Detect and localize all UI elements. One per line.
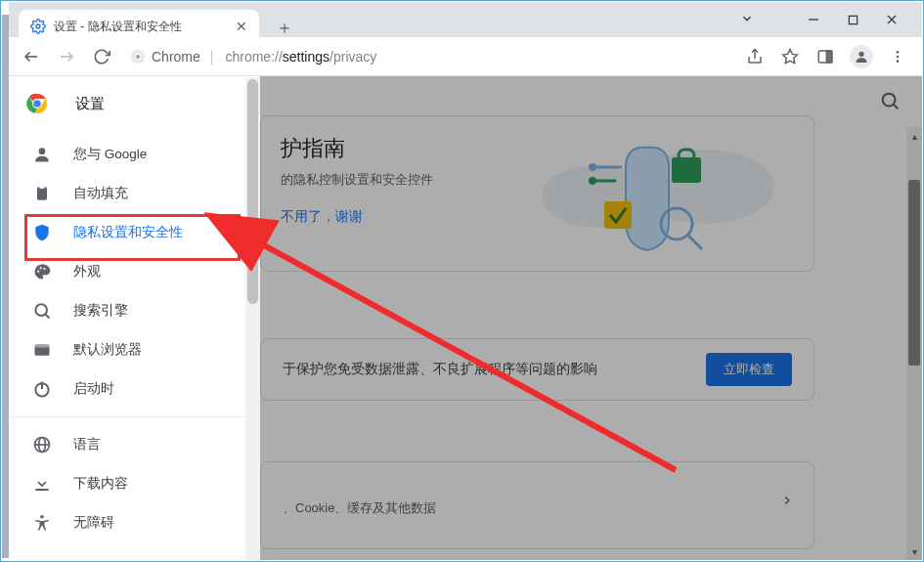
svg-point-26 xyxy=(661,208,692,239)
svg-rect-14 xyxy=(827,51,832,63)
sidebar-item-you-and-google[interactable]: 您与 Google xyxy=(9,135,260,174)
accessibility-icon xyxy=(32,513,52,533)
sidebar-item-on-startup[interactable]: 启动时 xyxy=(9,369,260,409)
profile-avatar-icon[interactable] xyxy=(850,45,873,68)
sidebar-item-downloads[interactable]: 下载内容 xyxy=(9,464,260,503)
scroll-down-icon[interactable]: ▾ xyxy=(906,542,922,560)
clear-data-card[interactable]: 、Cookie、缓存及其他数据 xyxy=(260,461,814,549)
sidebar-item-label: 语言 xyxy=(73,436,101,454)
sidebar-item-autofill[interactable]: 自动填充 xyxy=(9,174,260,213)
sidebar-item-label: 无障碍 xyxy=(73,514,114,532)
settings-header xyxy=(260,76,922,131)
side-panel-icon[interactable] xyxy=(814,46,836,67)
svg-rect-36 xyxy=(37,187,47,199)
svg-line-27 xyxy=(688,236,702,249)
search-icon xyxy=(32,301,52,321)
site-label: Chrome xyxy=(152,49,200,65)
address-bar[interactable]: Chrome | chrome://settings/privacy xyxy=(122,49,738,65)
clear-data-subtitle: 、Cookie、缓存及其他数据 xyxy=(283,499,792,517)
svg-point-28 xyxy=(589,163,596,171)
content-dim-overlay[interactable]: 护指南 的隐私控制设置和安全控件 不用了，谢谢 xyxy=(260,76,922,560)
toolbar-actions xyxy=(744,45,914,68)
svg-line-42 xyxy=(46,315,50,319)
settings-sidebar: 设置 您与 Google 自动填充 隐私设置和安全性 外观 搜索引擎 xyxy=(9,76,260,560)
svg-point-16 xyxy=(897,51,900,54)
svg-point-9 xyxy=(136,54,140,58)
shield-icon xyxy=(32,223,52,242)
sidebar-item-appearance[interactable]: 外观 xyxy=(9,252,260,291)
browser-toolbar: Chrome | chrome://settings/privacy xyxy=(9,37,922,76)
back-button[interactable] xyxy=(17,42,46,71)
download-icon xyxy=(32,474,52,494)
person-icon xyxy=(32,145,52,164)
window-close-icon[interactable] xyxy=(883,11,901,28)
svg-point-51 xyxy=(40,515,44,519)
scroll-thumb[interactable] xyxy=(908,180,920,366)
scroll-up-icon[interactable]: ▴ xyxy=(906,127,922,145)
share-icon[interactable] xyxy=(744,46,766,67)
window-controls xyxy=(805,2,916,37)
svg-point-30 xyxy=(589,177,596,185)
svg-line-20 xyxy=(894,105,898,108)
safety-check-text: 于保护您免受数据泄露、不良扩展程序等问题的影响 xyxy=(283,361,597,378)
site-chip: Chrome | xyxy=(130,49,217,65)
window-left-edge xyxy=(2,15,9,558)
sidebar-item-privacy-security[interactable]: 隐私设置和安全性 xyxy=(9,213,260,252)
tab-close-icon[interactable]: ✕ xyxy=(234,19,249,34)
sidebar-item-label: 隐私设置和安全性 xyxy=(73,224,183,241)
svg-point-21 xyxy=(638,150,774,224)
svg-point-19 xyxy=(883,94,896,107)
sidebar-scrollbar[interactable] xyxy=(245,77,260,560)
svg-point-17 xyxy=(897,55,900,58)
sidebar-item-search-engine[interactable]: 搜索引擎 xyxy=(9,291,260,330)
svg-rect-25 xyxy=(604,201,632,229)
window-minimize-icon[interactable] xyxy=(805,11,822,28)
svg-point-0 xyxy=(36,24,40,28)
svg-rect-37 xyxy=(40,186,45,189)
bookmark-star-icon[interactable] xyxy=(779,46,801,67)
sidebar-item-label: 外观 xyxy=(73,263,101,281)
tabs-overflow-icon[interactable] xyxy=(740,12,754,28)
tab-strip: 设置 - 隐私设置和安全性 ✕ ＋ xyxy=(9,2,922,37)
settings-main: 护指南 的隐私控制设置和安全控件 不用了，谢谢 xyxy=(260,76,922,560)
new-tab-button[interactable]: ＋ xyxy=(273,16,296,39)
svg-point-18 xyxy=(897,60,900,63)
sidebar-title: 设置 xyxy=(75,95,105,113)
power-icon xyxy=(32,379,52,399)
privacy-guide-card: 护指南 的隐私控制设置和安全控件 不用了，谢谢 xyxy=(260,115,814,272)
kebab-menu-icon[interactable] xyxy=(887,46,908,67)
sidebar-item-label: 默认浏览器 xyxy=(73,341,142,359)
svg-rect-50 xyxy=(35,489,48,491)
guide-subtitle: 的隐私控制设置和安全控件 xyxy=(281,171,794,189)
svg-point-40 xyxy=(43,268,45,270)
tab-title: 设置 - 隐私设置和安全性 xyxy=(54,19,226,35)
svg-point-41 xyxy=(35,304,47,316)
safety-check-card: 于保护您免受数据泄露、不良扩展程序等问题的影响 立即检查 xyxy=(260,338,814,401)
sidebar-header: 设置 xyxy=(9,76,260,131)
safety-check-button[interactable]: 立即检查 xyxy=(706,353,792,386)
sidebar-scroll-thumb[interactable] xyxy=(247,79,258,304)
sidebar-item-label: 您与 Google xyxy=(73,146,147,163)
svg-point-15 xyxy=(858,51,863,56)
content-scrollbar[interactable]: ▴ ▾ xyxy=(906,127,922,560)
guide-dismiss-link[interactable]: 不用了，谢谢 xyxy=(281,208,794,226)
reload-button[interactable] xyxy=(87,42,116,71)
forward-button[interactable] xyxy=(52,42,81,71)
chip-separator: | xyxy=(206,49,218,65)
sidebar-item-label: 启动时 xyxy=(73,380,114,398)
sidebar-item-languages[interactable]: 语言 xyxy=(9,425,260,464)
page-body: 护指南 的隐私控制设置和安全控件 不用了，谢谢 xyxy=(9,76,922,560)
sidebar-item-default-browser[interactable]: 默认浏览器 xyxy=(9,330,260,369)
palette-icon xyxy=(32,262,52,281)
browser-window-icon xyxy=(32,340,52,360)
svg-rect-24 xyxy=(679,150,694,161)
search-icon[interactable] xyxy=(879,90,901,114)
sidebar-item-label: 自动填充 xyxy=(73,185,128,202)
guide-illustration xyxy=(530,128,774,255)
sidebar-item-label: 下载内容 xyxy=(73,475,128,493)
sidebar-list: 您与 Google 自动填充 隐私设置和安全性 外观 搜索引擎 默认浏览器 xyxy=(9,131,260,542)
svg-rect-23 xyxy=(672,157,701,183)
svg-rect-2 xyxy=(849,16,857,23)
window-maximize-icon[interactable] xyxy=(844,11,861,28)
sidebar-item-accessibility[interactable]: 无障碍 xyxy=(9,503,260,542)
